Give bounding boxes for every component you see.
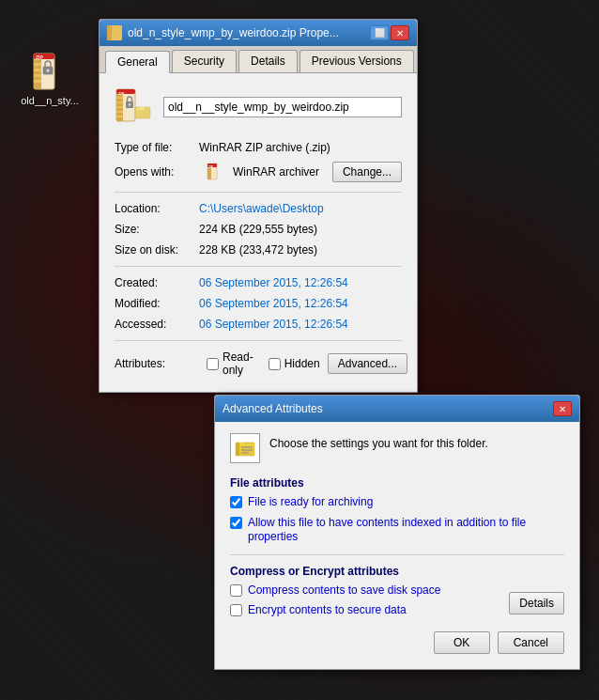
svg-rect-18 [116,101,123,103]
svg-point-9 [47,70,50,72]
svg-text:ZIP: ZIP [208,165,213,169]
archive-label: File is ready for archiving [248,495,373,510]
type-row: Type of file: WinRAR ZIP archive (.zip) [115,141,402,154]
compress-checkbox-label[interactable]: Compress contents to save disk space [230,583,509,599]
size-disk-label: Size on disk: [115,243,199,257]
index-label: Allow this file to have contents indexed… [248,516,564,545]
maximize-button[interactable]: ⬜ [370,25,389,40]
attributes-label: Attributes: [115,357,199,370]
properties-content: ZIP Type of file: WinRAR ZIP archive (.z… [100,73,417,392]
created-label: Created: [115,276,199,289]
svg-text:ZIP: ZIP [36,54,43,60]
change-button[interactable]: Change... [332,162,402,182]
advanced-dialog: Advanced Attributes ✕ Choose the setting… [214,395,580,670]
location-label: Location: [115,202,199,215]
advanced-close-button[interactable]: ✕ [553,401,572,416]
index-checkbox[interactable] [230,517,242,529]
folder-icon [234,437,256,459]
accessed-value: 06 September 2015, 12:26:54 [199,318,348,331]
hidden-checkbox[interactable] [269,358,281,370]
separator-2 [115,266,402,267]
svg-point-23 [129,103,131,105]
index-checkbox-label[interactable]: Allow this file to have contents indexed… [230,516,564,545]
modified-value: 06 September 2015, 12:26:54 [199,297,348,310]
created-row: Created: 06 September 2015, 12:26:54 [115,276,402,289]
tab-general[interactable]: General [105,51,170,73]
compress-encrypt-section: Compress contents to save disk space Enc… [230,583,564,624]
svg-rect-20 [116,111,123,113]
encrypt-label: Encrypt contents to secure data [248,603,407,618]
properties-dialog: old_n_style_wmp_by_weirdoo.zip Prope... … [99,19,418,393]
advanced-content: Choose the settings you want for this fo… [215,422,579,669]
size-row: Size: 224 KB (229,555 bytes) [115,223,402,236]
size-disk-row: Size on disk: 228 KB (233,472 bytes) [115,243,402,257]
svg-rect-6 [34,74,41,77]
properties-title: old_n_style_wmp_by_weirdoo.zip Prope... [128,26,339,39]
compress-section-label: Compress or Encrypt attributes [230,565,564,578]
compress-checkbox[interactable] [230,584,242,597]
size-label: Size: [115,223,199,236]
ok-button[interactable]: OK [434,631,490,654]
hidden-checkbox-label[interactable]: Hidden [269,357,320,370]
created-value: 06 September 2015, 12:26:54 [199,276,348,289]
modified-label: Modified: [115,297,199,310]
tab-previous-versions[interactable]: Previous Versions [300,50,414,72]
title-icon [107,25,122,40]
svg-rect-32 [236,443,239,456]
opens-with-row: Opens with: ZIP WinRAR archiver Change..… [115,162,402,182]
close-button[interactable]: ✕ [391,25,409,40]
tab-details[interactable]: Details [238,50,298,72]
readonly-label: Read-only [223,350,253,377]
opens-label: Opens with: [115,165,199,179]
readonly-checkbox-label[interactable]: Read-only [207,350,253,377]
tab-security[interactable]: Security [172,50,237,72]
adv-separator [230,554,564,555]
archive-checkbox-label[interactable]: File is ready for archiving [230,495,564,510]
file-header: ZIP [115,88,402,126]
file-icon-large: ZIP [115,88,152,126]
properties-titlebar: old_n_style_wmp_by_weirdoo.zip Prope... … [100,20,417,46]
type-value: WinRAR ZIP archive (.zip) [199,141,330,154]
size-value: 224 KB (229,555 bytes) [199,223,317,236]
separator-1 [115,192,402,193]
advanced-buttons: OK Cancel [230,624,564,658]
advanced-titlebar: Advanced Attributes ✕ [215,396,579,422]
location-value: C:\Users\awade\Desktop [199,202,324,215]
encrypt-checkbox[interactable] [230,604,242,616]
accessed-row: Accessed: 06 September 2015, 12:26:54 [115,318,402,331]
desktop-icon[interactable]: ZIP old__n_sty... [17,52,83,107]
separator-3 [115,340,402,341]
size-disk-value: 228 KB (233,472 bytes) [199,243,317,257]
compress-label: Compress contents to save disk space [248,583,440,599]
svg-rect-5 [34,69,41,71]
svg-rect-13 [107,25,112,40]
advanced-title: Advanced Attributes [223,402,323,415]
advanced-button[interactable]: Advanced... [328,353,407,374]
file-name-input[interactable] [163,97,402,117]
encrypt-checkbox-label[interactable]: Encrypt contents to secure data [230,603,509,618]
archive-checkbox[interactable] [230,496,242,508]
modified-row: Modified: 06 September 2015, 12:26:54 [115,297,402,310]
hidden-label: Hidden [284,357,320,370]
svg-rect-21 [116,116,123,117]
svg-rect-19 [116,106,123,108]
type-label: Type of file: [115,141,199,154]
accessed-label: Accessed: [115,318,199,331]
file-attributes-label: File attributes [230,476,564,490]
tabs-container: General Security Details Previous Versio… [100,46,417,73]
desktop-icon-label: old__n_sty... [21,95,79,107]
readonly-checkbox[interactable] [207,358,219,370]
svg-rect-7 [34,80,41,83]
advanced-header-text: Choose the settings you want for this fo… [269,433,488,450]
svg-rect-17 [116,97,123,99]
opens-app: WinRAR archiver [233,165,325,179]
advanced-header-icon [230,433,260,463]
details-button[interactable]: Details [509,592,564,614]
location-row: Location: C:\Users\awade\Desktop [115,202,402,215]
advanced-header: Choose the settings you want for this fo… [230,433,564,463]
svg-rect-4 [34,63,41,66]
svg-text:ZIP: ZIP [118,91,125,96]
attributes-row: Attributes: Read-only Hidden Advanced... [115,350,402,377]
cancel-button[interactable]: Cancel [498,631,564,654]
winrar-icon: ZIP [30,52,69,91]
